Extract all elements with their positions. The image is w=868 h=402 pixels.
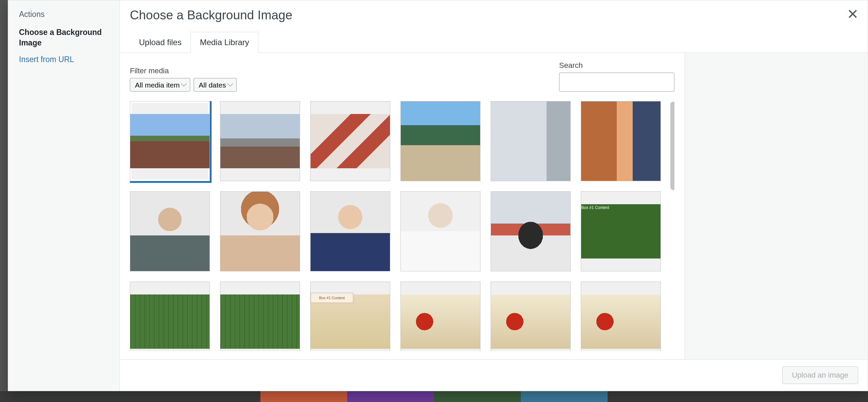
thumbnail-image (581, 204, 660, 259)
filter-date-select[interactable]: All dates (194, 78, 237, 92)
thumbnail-image (401, 101, 480, 181)
media-thumbnail[interactable] (130, 282, 210, 351)
tab-upload-files[interactable]: Upload files (130, 32, 191, 53)
modal-sidebar: Actions Choose a Background Image Insert… (8, 0, 120, 391)
media-modal: Actions Choose a Background Image Insert… (8, 0, 868, 391)
thumbnail-image (491, 192, 570, 271)
media-thumbnail[interactable] (581, 282, 661, 351)
media-thumbnail[interactable] (220, 282, 300, 351)
media-grid (130, 101, 674, 351)
search-input[interactable] (559, 73, 674, 92)
media-thumbnail[interactable] (130, 191, 210, 271)
media-thumbnail[interactable] (400, 191, 480, 271)
background-page-bars (0, 391, 868, 402)
thumbnail-image (220, 294, 300, 349)
media-thumbnail[interactable] (491, 101, 571, 181)
thumbnail-image (220, 114, 300, 168)
thumbnail-image (311, 192, 390, 271)
tab-media-library[interactable]: Media Library (191, 32, 258, 53)
media-thumbnail[interactable] (310, 101, 390, 181)
media-thumbnail[interactable] (310, 191, 390, 271)
close-button[interactable] (846, 7, 860, 21)
media-thumbnail[interactable] (491, 282, 571, 351)
thumbnail-image (130, 192, 210, 271)
media-browser: Filter media All media item All dates (120, 53, 685, 359)
sidebar-heading: Actions (19, 10, 108, 19)
thumbnail-image (130, 294, 210, 349)
thumbnail-image (311, 294, 390, 349)
media-thumbnail[interactable] (220, 191, 300, 271)
scrollbar-thumb[interactable] (670, 102, 674, 190)
sidebar-action-choose-bg[interactable]: Choose a Background Image (19, 27, 108, 48)
filter-type-select[interactable]: All media item (130, 78, 190, 92)
filter-label: Filter media (130, 66, 237, 75)
modal-header: Choose a Background Image (120, 0, 868, 23)
modal-footer: Upload an image (120, 359, 868, 391)
tab-bar: Upload files Media Library (120, 23, 868, 53)
media-thumbnail[interactable] (581, 191, 661, 271)
media-thumbnail[interactable] (581, 101, 661, 181)
media-thumbnail[interactable] (220, 101, 300, 181)
modal-main: Choose a Background Image Upload files M… (120, 0, 868, 391)
media-thumbnail[interactable] (491, 191, 571, 271)
media-thumbnail[interactable] (400, 282, 480, 351)
thumbnail-image (581, 294, 660, 349)
thumbnail-image (130, 114, 210, 168)
thumbnail-image (401, 192, 480, 271)
search-label: Search (559, 61, 674, 70)
thumbnail-image (581, 101, 660, 181)
thumbnail-image (491, 294, 570, 349)
thumbnail-image (220, 192, 300, 271)
thumbnail-image (491, 101, 570, 181)
scrollbar[interactable] (670, 102, 674, 351)
media-thumbnail[interactable] (310, 282, 390, 351)
close-icon (847, 8, 858, 19)
upload-image-button[interactable]: Upload an image (782, 366, 858, 384)
media-thumbnail[interactable] (400, 101, 480, 181)
thumbnail-image (311, 114, 390, 168)
modal-title: Choose a Background Image (130, 7, 857, 23)
thumbnail-image (401, 294, 480, 349)
attachment-details-pane (685, 53, 868, 359)
media-thumbnail[interactable] (130, 101, 210, 181)
filter-bar: Filter media All media item All dates (130, 61, 674, 92)
sidebar-action-insert-url[interactable]: Insert from URL (19, 54, 108, 65)
